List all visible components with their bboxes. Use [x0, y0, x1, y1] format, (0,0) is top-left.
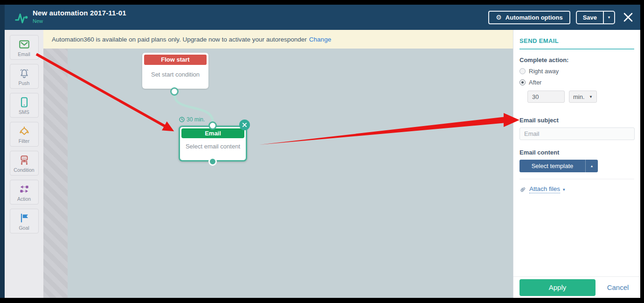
save-dropdown-caret[interactable]: ▾	[603, 12, 614, 23]
sidebar-item-label: Condition	[14, 167, 34, 173]
close-icon	[242, 123, 247, 127]
page-subtitle: New	[33, 18, 126, 24]
sidebar-item-filter[interactable]: Filter	[10, 122, 39, 147]
header-titles: New automation 2017-11-01 New	[33, 9, 126, 24]
connector-port-email-in[interactable]	[208, 121, 217, 130]
automation-options-label: Automation options	[506, 14, 563, 21]
left-nav-rail	[0, 5, 5, 298]
goal-flag-icon	[18, 212, 30, 224]
panel-title: SEND EMAIL	[519, 37, 634, 44]
sidebar-item-email[interactable]: Email	[10, 35, 39, 60]
sidebar-item-action[interactable]: Action	[10, 180, 39, 204]
block-palette-sidebar: Email Push SMS Filter	[5, 30, 43, 298]
email-block-body: Select email content	[180, 143, 246, 150]
automation-builder-screen: New automation 2017-11-01 New ⚙ Automati…	[0, 0, 644, 303]
flow-canvas[interactable]	[68, 30, 513, 298]
connector-port-flow-start-out[interactable]	[170, 87, 179, 96]
action-icon	[18, 183, 30, 195]
sidebar-item-condition[interactable]: Condition	[10, 151, 39, 176]
email-content-label: Email content	[519, 149, 634, 156]
email-block-title: Email	[181, 128, 244, 138]
panel-divider	[519, 179, 634, 179]
pulse-logo-icon	[14, 10, 30, 26]
email-subject-label: Email subject	[519, 117, 634, 124]
sidebar-item-sms[interactable]: SMS	[10, 93, 39, 118]
sidebar-item-label: Action	[17, 196, 31, 202]
select-template-label: Select template	[519, 160, 585, 172]
clock-icon	[179, 117, 185, 122]
radio-after-label: After	[529, 79, 541, 86]
header: New automation 2017-11-01 New ⚙ Automati…	[5, 5, 640, 30]
header-actions: ⚙ Automation options Save ▾	[488, 5, 634, 30]
sidebar-item-push[interactable]: Push	[10, 64, 39, 89]
notification-text: Automation360 is available on paid plans…	[52, 36, 307, 43]
close-icon	[623, 12, 633, 22]
paperclip-icon	[519, 186, 526, 193]
radio-circle[interactable]	[519, 68, 526, 74]
delay-badge: 30 min.	[179, 116, 205, 123]
chevron-down-icon: ▾	[563, 187, 565, 192]
complete-action-label: Complete action:	[519, 56, 634, 63]
automation-options-button[interactable]: ⚙ Automation options	[488, 11, 570, 24]
phone-icon	[18, 96, 30, 108]
chevron-up-icon: ▴	[585, 160, 598, 172]
flow-start-block[interactable]: Flow start Set start condition	[142, 53, 208, 89]
sidebar-item-label: Push	[19, 80, 30, 86]
close-button[interactable]	[623, 12, 634, 23]
bell-icon	[18, 67, 30, 79]
chevron-down-icon: ▼	[589, 95, 593, 99]
delay-settings-row: min. ▼	[527, 91, 634, 103]
radio-right-away[interactable]: Right away	[519, 68, 634, 75]
upgrade-notification-bar: Automation360 is available on paid plans…	[43, 30, 513, 49]
delay-value-input[interactable]	[527, 91, 565, 103]
envelope-icon	[18, 38, 30, 50]
sidebar-item-label: SMS	[19, 109, 29, 115]
panel-footer: Apply Cancel	[513, 276, 640, 298]
email-block[interactable]: Email Select email content	[179, 126, 247, 162]
email-subject-input[interactable]	[519, 127, 635, 140]
sidebar-item-label: Goal	[19, 225, 29, 231]
sidebar-item-label: Filter	[19, 138, 29, 144]
select-template-button[interactable]: Select template ▴	[519, 160, 598, 172]
send-email-settings-panel: SEND EMAIL Complete action: Right away A…	[513, 30, 640, 298]
panel-title-underline	[519, 49, 634, 49]
delay-unit-select[interactable]: min. ▼	[569, 91, 597, 103]
delay-unit-value: min.	[573, 93, 585, 100]
radio-circle[interactable]	[519, 79, 526, 85]
canvas-edge-stripes	[43, 30, 68, 298]
save-button-group: Save ▾	[576, 11, 615, 24]
page-title: New automation 2017-11-01	[33, 9, 126, 17]
apply-button[interactable]: Apply	[519, 279, 596, 296]
condition-icon	[18, 154, 30, 166]
sidebar-item-label: Email	[18, 51, 30, 57]
save-button[interactable]: Save	[577, 12, 603, 23]
delete-block-button[interactable]	[239, 120, 250, 130]
radio-right-away-label: Right away	[529, 68, 559, 75]
change-link[interactable]: Change	[309, 36, 331, 43]
attach-files-label: Attach files	[529, 185, 560, 193]
connector-port-email-out[interactable]	[208, 157, 217, 166]
filter-diamond-icon	[18, 125, 30, 137]
gear-icon: ⚙	[496, 14, 502, 21]
cancel-link[interactable]: Cancel	[596, 283, 640, 291]
flow-start-block-body: Set start condition	[142, 71, 208, 78]
sidebar-item-goal[interactable]: Goal	[10, 209, 39, 233]
delay-badge-label: 30 min.	[187, 116, 205, 123]
attach-files-link[interactable]: Attach files ▾	[519, 185, 634, 193]
radio-after[interactable]: After	[519, 79, 634, 86]
flow-start-block-title: Flow start	[144, 55, 207, 65]
